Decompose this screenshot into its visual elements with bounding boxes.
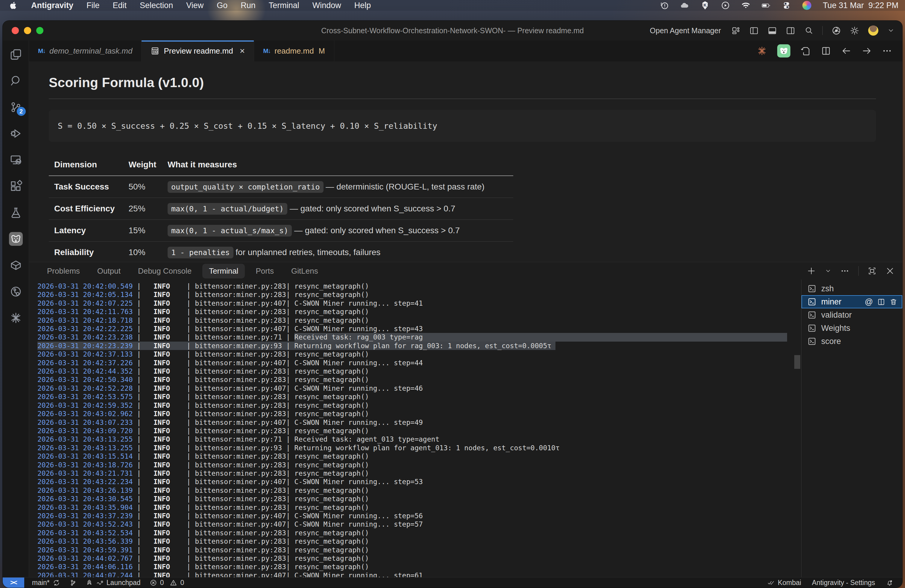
menu-item-edit[interactable]: Edit (113, 1, 127, 10)
run-debug-icon[interactable] (9, 127, 23, 140)
apple-menu-icon[interactable] (9, 1, 18, 10)
battery-icon[interactable] (762, 1, 771, 10)
log-source: bittensor:miner.py:407 (195, 520, 286, 528)
problems-status[interactable]: 0 0 (150, 579, 184, 587)
panel-tab-debug-console[interactable]: Debug Console (132, 264, 198, 278)
panel-tab-ports[interactable]: Ports (249, 264, 280, 278)
toggle-panel-icon[interactable] (768, 26, 777, 35)
menu-item-help[interactable]: Help (354, 1, 371, 10)
gitlens-icon[interactable] (9, 285, 23, 299)
antigravity-orange-icon[interactable] (757, 46, 767, 56)
menubar-clock[interactable]: Tue 31 Mar 9:22 PM (823, 1, 899, 10)
dog-extension-icon[interactable] (9, 232, 23, 246)
log-timestamp: 2026-03-31 20:42:50.340 (37, 376, 133, 383)
menu-item-go[interactable]: Go (217, 1, 227, 10)
toggle-secondary-sidebar-icon[interactable] (786, 26, 795, 35)
log-level: INFO (154, 469, 170, 477)
kombai-status[interactable]: Kombai (767, 579, 801, 587)
panel-tab-gitlens[interactable]: GitLens (284, 264, 325, 278)
editor-tab-demo-terminal-task-md[interactable]: M↓demo_terminal_task.md (29, 40, 141, 61)
browser-icon[interactable] (832, 26, 841, 35)
open-changes-icon[interactable] (800, 46, 811, 56)
wifi-icon[interactable] (741, 1, 750, 10)
table-header-weight: Weight (123, 156, 162, 176)
preview-heading: Scoring Formula (v1.0.0) (49, 75, 876, 90)
account-chevron-down-icon[interactable] (888, 27, 894, 34)
panel-tab-terminal[interactable]: Terminal (202, 264, 245, 278)
panel-more-actions-icon[interactable] (840, 267, 849, 275)
menu-item-view[interactable]: View (186, 1, 203, 10)
panel-tab-output[interactable]: Output (90, 264, 127, 278)
menu-app-name[interactable]: Antigravity (31, 1, 73, 10)
terminal-profile-chevron-icon[interactable] (825, 268, 831, 274)
open-agent-manager-button[interactable]: Open Agent Manager (650, 26, 721, 35)
menu-item-terminal[interactable]: Terminal (269, 1, 299, 10)
menu-item-file[interactable]: File (86, 1, 100, 10)
terminal-tab-weights[interactable]: Weights (802, 321, 902, 335)
at-badge-icon[interactable]: @ (865, 297, 873, 307)
launchpad-button[interactable]: Launchpad (86, 579, 141, 587)
control-center-icon[interactable] (782, 1, 791, 10)
extensions-icon[interactable] (9, 180, 23, 193)
close-tab-icon[interactable]: × (240, 46, 245, 56)
terminal-output[interactable]: 2026-03-31 20:42:00.549 | INFO | bittens… (29, 280, 793, 577)
package-box-icon[interactable] (9, 258, 23, 272)
dog-assistant-icon[interactable] (777, 44, 791, 57)
kagi-icon[interactable]: K (700, 1, 710, 10)
remote-indicator[interactable]: >< (3, 577, 24, 588)
terminal-tab-validator[interactable]: validator (802, 308, 902, 321)
terminal-tab-score[interactable]: score (802, 335, 902, 348)
new-terminal-plus-icon[interactable] (807, 267, 816, 275)
terminal-tab-label: score (821, 337, 841, 346)
explorer-icon[interactable] (9, 48, 23, 61)
search-sidebar-icon[interactable] (9, 74, 23, 88)
settings-gear-icon[interactable] (850, 26, 859, 35)
search-icon[interactable] (804, 26, 813, 35)
log-timestamp: 2026-03-31 20:43:22.234 (37, 478, 133, 486)
customize-layout-icon[interactable] (731, 26, 740, 35)
git-graph-button[interactable] (69, 579, 76, 586)
terminal-tab-zsh[interactable]: zsh (802, 282, 902, 295)
toggle-primary-sidebar-icon[interactable] (749, 26, 759, 35)
terminal-scrollbar-thumb[interactable] (794, 355, 800, 369)
terminal-tab-miner[interactable]: miner@ (802, 295, 902, 308)
log-source: bittensor:miner.py:283 (195, 291, 286, 299)
log-source: bittensor:miner.py:283 (195, 546, 286, 554)
antigravity-starburst-icon[interactable] (9, 311, 23, 325)
menu-item-run[interactable]: Run (241, 1, 256, 10)
editor-tab-preview-readme-md[interactable]: Preview readme.md× (141, 40, 254, 61)
log-level: INFO (154, 495, 170, 503)
log-level: INFO (154, 342, 170, 350)
coin-alert-icon[interactable] (660, 1, 669, 10)
more-actions-icon[interactable] (882, 46, 892, 56)
git-branch-status[interactable]: main* (32, 579, 60, 587)
source-control-icon[interactable]: 2 (9, 100, 23, 114)
log-timestamp: 2026-03-31 20:44:02.767 (37, 555, 133, 562)
play-circle-icon[interactable] (721, 1, 730, 10)
kill-terminal-icon[interactable] (889, 298, 897, 306)
terminal-scrollbar[interactable] (793, 280, 801, 577)
notifications-bell[interactable] (886, 579, 893, 586)
split-terminal-icon[interactable] (877, 298, 885, 306)
log-timestamp: 2026-03-31 20:42:52.228 (37, 385, 133, 392)
navigate-back-icon[interactable] (841, 46, 851, 56)
split-editor-icon[interactable] (821, 46, 831, 56)
close-window-button[interactable] (12, 27, 19, 34)
minimize-window-button[interactable] (24, 27, 31, 34)
antigravity-settings-status[interactable]: Antigravity - Settings (812, 579, 875, 587)
testing-beaker-icon[interactable] (9, 206, 23, 219)
user-avatar[interactable] (868, 25, 878, 36)
log-level: INFO (154, 427, 170, 435)
zoom-window-button[interactable] (36, 27, 43, 34)
editor-tab-readme-md[interactable]: M↓readme.mdM (254, 40, 334, 61)
terminal-icon (807, 284, 816, 293)
remote-explorer-icon[interactable] (9, 153, 23, 167)
navigate-forward-icon[interactable] (862, 46, 872, 56)
siri-icon[interactable] (802, 1, 811, 10)
panel-tab-problems[interactable]: Problems (40, 264, 86, 278)
menu-item-selection[interactable]: Selection (140, 1, 173, 10)
close-panel-icon[interactable] (886, 267, 894, 275)
maximize-panel-icon[interactable] (868, 267, 876, 275)
menu-item-window[interactable]: Window (313, 1, 341, 10)
cloud-icon[interactable] (680, 1, 689, 10)
